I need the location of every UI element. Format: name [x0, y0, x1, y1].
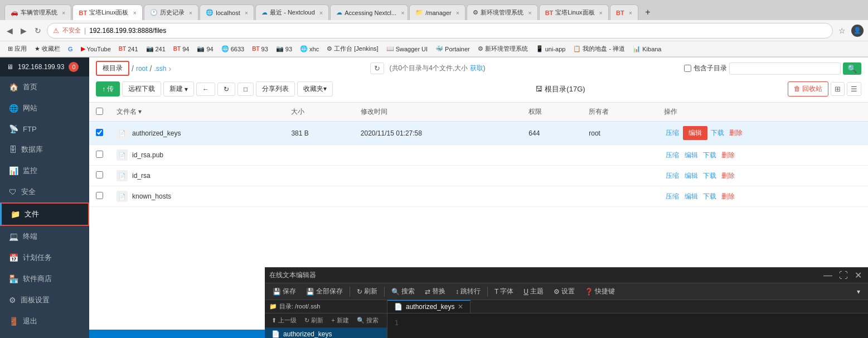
view-grid-button[interactable]: ⊞	[831, 82, 845, 96]
breadcrumb-refresh-button[interactable]: ↻	[370, 62, 384, 74]
get-size-link[interactable]: 获取	[470, 64, 483, 72]
root-breadcrumb-button[interactable]: 根目录	[96, 61, 129, 76]
include-subdirs-checkbox[interactable]	[684, 65, 691, 72]
tab-7-close[interactable]: ×	[456, 9, 459, 16]
editor-minimize-button[interactable]: —	[822, 271, 834, 281]
tree-search-button[interactable]: 🔍 搜索	[353, 315, 382, 326]
bookmark-youtube[interactable]: ▶ YouTube	[77, 44, 114, 54]
editor-replace-button[interactable]: ⇄ 替换	[420, 285, 450, 298]
row3-edit-button[interactable]: 编辑	[683, 171, 700, 181]
bookmark-img93[interactable]: 📷 93	[273, 44, 295, 54]
file-search-input[interactable]	[729, 62, 841, 75]
bookmark-swagger[interactable]: 📖 Swagger UI	[383, 44, 431, 54]
bookmark-xhc[interactable]: 🌐 xhc	[297, 44, 322, 54]
bookmark-google[interactable]: G	[65, 45, 76, 54]
sidebar-item-store[interactable]: 🏪 软件商店	[0, 268, 89, 289]
bookmark-apps[interactable]: ⊞ 应用	[4, 44, 30, 54]
tab-2[interactable]: BT 宝塔Linux面板 ×	[72, 4, 142, 20]
row1-download-button[interactable]: 下载	[709, 128, 726, 138]
editor-tab-authorized-keys[interactable]: 📄 authorized_keys ✕	[387, 300, 471, 313]
editor-maximize-button[interactable]: ⛶	[837, 271, 850, 281]
view-list-button[interactable]: ☰	[847, 82, 861, 96]
tree-item-authorized-keys[interactable]: 📄 authorized_keys	[265, 328, 387, 338]
tab-9-close[interactable]: ×	[599, 9, 603, 16]
sidebar-item-security[interactable]: 🛡 安全	[0, 181, 89, 202]
bookmark-jenkins[interactable]: ⚙ 工作台 [Jenkins]	[323, 44, 381, 54]
row4-download-button[interactable]: 下载	[701, 191, 718, 202]
row2-delete-button[interactable]: 删除	[720, 150, 736, 161]
sidebar-item-files[interactable]: 📁 文件	[0, 202, 89, 226]
tab-3[interactable]: 🕐 历史记录 ×	[144, 4, 198, 20]
bookmark-img241[interactable]: 📷 241	[143, 44, 169, 54]
tab-close-button[interactable]: ✕	[458, 303, 463, 311]
tab-9[interactable]: BT 宝塔Linux面板 ×	[539, 4, 609, 20]
bookmark-favorites[interactable]: ★ 收藏栏	[31, 44, 64, 54]
sidebar-item-database[interactable]: 🗄 数据库	[0, 139, 89, 160]
sidebar-item-terminal[interactable]: 💻 终端	[0, 226, 89, 247]
bookmark-6633[interactable]: 🌐 6633	[218, 44, 248, 54]
row4-compress-button[interactable]: 压缩	[664, 191, 681, 202]
editor-refresh-button[interactable]: ↻ 刷新	[352, 285, 382, 298]
row1-delete-button[interactable]: 删除	[728, 128, 744, 138]
bookmark-button[interactable]: ☆	[836, 25, 848, 36]
share-list-button[interactable]: 分享列表	[256, 81, 295, 96]
tab-5-close[interactable]: ×	[319, 9, 323, 16]
editor-save-all-button[interactable]: 💾 全部保存	[302, 285, 347, 298]
bookmark-bt94[interactable]: BT 94	[170, 45, 193, 54]
back-button[interactable]: ◀	[4, 25, 15, 36]
editor-shortcuts-button[interactable]: ❓ 快捷键	[580, 285, 619, 298]
bookmark-kibana[interactable]: 📊 Kibana	[629, 44, 665, 54]
sidebar-item-website[interactable]: 🌐 网站	[0, 98, 89, 119]
url-box[interactable]: ⚠ 不安全 | 192.168.199.93:8888/files	[47, 23, 833, 38]
editor-font-button[interactable]: T 字体	[490, 285, 518, 298]
tree-up-button[interactable]: ⬆ 上一级	[268, 315, 300, 326]
bookmark-portainer[interactable]: 🐳 Portainer	[432, 44, 473, 54]
code-editor[interactable]: 1 2 3 4 5	[387, 313, 868, 338]
row3-compress-button[interactable]: 压缩	[664, 171, 681, 181]
extensions-button[interactable]: 👤	[851, 25, 864, 37]
new-button[interactable]: 新建 ▾	[163, 81, 194, 96]
editor-settings-button[interactable]: ⚙ 设置	[549, 285, 579, 298]
tab-5[interactable]: ☁ 最近 - Nextcloud ×	[255, 4, 329, 20]
tab-6[interactable]: ☁ Accessing Nextcl... ×	[330, 4, 408, 20]
bookmark-uniapp[interactable]: 📱 uni-app	[532, 44, 569, 54]
tab-1[interactable]: 🚗 车辆管理系统 ×	[4, 4, 71, 20]
row3-delete-button[interactable]: 删除	[720, 171, 736, 181]
editor-close-button[interactable]: ✕	[853, 270, 864, 281]
tab-6-close[interactable]: ×	[401, 9, 404, 16]
bookmark-newenv[interactable]: ⚙ 新环境管理系统	[474, 44, 531, 54]
reload-button[interactable]: ↻	[32, 25, 43, 36]
editor-expand-button[interactable]: ▾	[852, 286, 865, 297]
tab-10[interactable]: BT ×	[610, 4, 638, 20]
recycle-button[interactable]: 🗑 回收站	[788, 81, 828, 96]
tab-1-close[interactable]: ×	[62, 9, 65, 16]
row4-checkbox[interactable]	[96, 192, 103, 199]
sidebar-item-cron[interactable]: 📅 计划任务	[0, 247, 89, 268]
tab-7[interactable]: 📁 /manager ×	[409, 4, 465, 20]
upload-button[interactable]: ↑ 传	[96, 81, 120, 96]
editor-goto-button[interactable]: ↕ 跳转行	[451, 285, 485, 298]
row1-edit-button[interactable]: 编辑	[683, 126, 707, 140]
code-content[interactable]: ssh-rsa AAAAB3NzaC1yc2EAAAADAQABAAABAQDY…	[404, 313, 868, 338]
row2-edit-button[interactable]: 编辑	[683, 150, 700, 161]
row4-delete-button[interactable]: 删除	[720, 191, 736, 202]
sidebar-item-logout[interactable]: 🚪 退出	[0, 311, 89, 332]
row1-checkbox[interactable]	[96, 129, 103, 136]
back-nav-button[interactable]: ←	[196, 83, 215, 96]
editor-theme-button[interactable]: U 主题	[519, 285, 548, 298]
breadcrumb-ssh[interactable]: .ssh	[154, 65, 166, 73]
row2-download-button[interactable]: 下载	[701, 150, 718, 161]
file-search-button[interactable]: 🔍	[843, 62, 861, 75]
breadcrumb-root[interactable]: root	[136, 65, 148, 73]
row1-compress-button[interactable]: 压缩	[664, 128, 681, 138]
row3-checkbox[interactable]	[96, 171, 103, 178]
sidebar-item-settings[interactable]: ⚙ 面板设置	[0, 289, 89, 311]
tab-8-close[interactable]: ×	[528, 9, 531, 16]
row3-download-button[interactable]: 下载	[701, 171, 718, 181]
bookmark-img94[interactable]: 📷 94	[193, 44, 216, 54]
tab-10-close[interactable]: ×	[629, 9, 632, 16]
copy-button[interactable]: □	[237, 83, 254, 96]
row2-compress-button[interactable]: 压缩	[664, 150, 681, 161]
row4-edit-button[interactable]: 编辑	[683, 191, 700, 202]
tree-refresh-button[interactable]: ↻ 刷新	[301, 315, 327, 326]
